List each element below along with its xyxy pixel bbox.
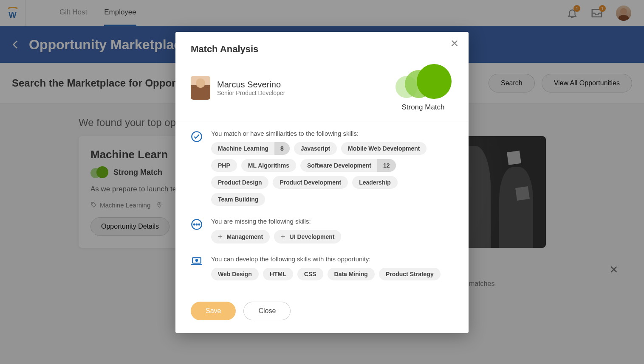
skill-chip[interactable]: Management <box>211 230 270 244</box>
develop-skills-prompt: You can develop the following skills wit… <box>211 255 441 263</box>
skill-chip[interactable]: UI Development <box>274 230 341 244</box>
match-strength-visual <box>395 64 451 99</box>
skill-chip: Team Building <box>211 193 265 206</box>
dialog-title: Match Analysis <box>191 44 453 55</box>
profile-name: Marcus Severino <box>217 80 285 90</box>
match-analysis-dialog: Match Analysis Marcus Severino Senior Pr… <box>175 32 469 333</box>
skill-chip: Javascript <box>294 142 337 155</box>
develop-skills-chips: Web DesignHTMLCSSData MiningProduct Stra… <box>211 268 441 280</box>
matched-skills-section: You match or have similiarities to the f… <box>191 130 453 206</box>
svg-point-8 <box>198 224 200 225</box>
skill-chip: Machine Learning8 <box>211 142 290 155</box>
skill-chip: Software Development12 <box>300 159 396 172</box>
skill-chip: Mobile Web Development <box>341 142 427 155</box>
svg-point-6 <box>194 224 195 225</box>
check-circle-icon <box>191 130 203 206</box>
develop-skills-section: You can develop the following skills wit… <box>191 255 453 280</box>
skill-chip: PHP <box>211 159 237 172</box>
skill-chip: CSS <box>297 268 323 280</box>
skill-chip: Web Design <box>211 268 259 280</box>
skill-chip: Data Mining <box>328 268 375 280</box>
chip-count: 12 <box>377 159 396 172</box>
save-button[interactable]: Save <box>191 302 236 320</box>
svg-point-10 <box>196 260 198 261</box>
profile-photo <box>191 76 210 100</box>
skill-chip: Product Strategy <box>379 268 441 280</box>
close-button[interactable]: Close <box>243 302 291 320</box>
matched-skills-prompt: You match or have similiarities to the f… <box>211 130 453 137</box>
svg-point-7 <box>196 224 198 225</box>
profile-role: Senior Product Developer <box>217 90 285 96</box>
matched-skills-chips: Machine Learning8JavascriptMobile Web De… <box>211 142 453 206</box>
dialog-close-icon[interactable] <box>450 39 459 48</box>
ellipsis-circle-icon <box>191 218 203 244</box>
skill-chip: HTML <box>263 268 293 280</box>
missing-skills-chips: ManagementUI Development <box>211 230 341 244</box>
skill-chip: Product Design <box>211 176 268 189</box>
chip-count: 8 <box>274 142 290 155</box>
skill-chip: Leadership <box>352 176 398 189</box>
laptop-icon <box>191 255 203 280</box>
missing-skills-section: You are missing the following skills: Ma… <box>191 218 453 244</box>
missing-skills-prompt: You are missing the following skills: <box>211 218 341 225</box>
modal-overlay: Match Analysis Marcus Severino Senior Pr… <box>0 0 644 364</box>
skill-chip: Product Development <box>273 176 348 189</box>
skill-chip: ML Algorithms <box>241 159 296 172</box>
match-strength-text: Strong Match <box>395 103 451 112</box>
